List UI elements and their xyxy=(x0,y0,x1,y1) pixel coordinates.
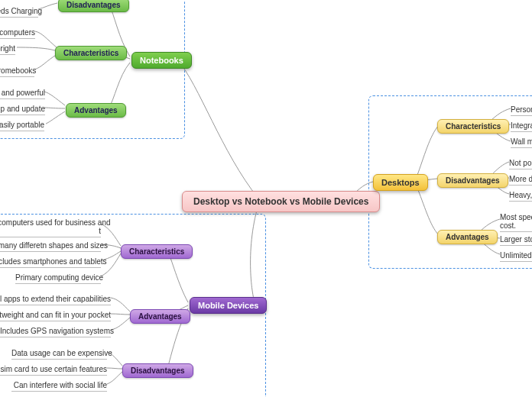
desktops-char-leaf-1: Integra xyxy=(511,121,532,132)
desktops-advantages-node[interactable]: Advantages xyxy=(437,230,498,244)
mobile-char-leaf-1: omes in many differetn shapes and sizes xyxy=(0,241,101,252)
mobile-node[interactable]: Mobile Devices xyxy=(190,297,267,314)
notebooks-node[interactable]: Notebooks xyxy=(131,52,192,69)
mobile-disadv-leaf-1: st buy a sim card to use certain feature… xyxy=(0,365,107,376)
desktops-disadvantages-label: Disadvantages xyxy=(446,176,500,185)
mobile-disadvantages-label: Disadvantages xyxy=(131,366,185,375)
mobile-disadv-leaf-0: Data usage can be expensive xyxy=(11,349,107,360)
center-node[interactable]: Desktop vs Notebook vs Mobile Devices xyxy=(182,191,380,212)
notebooks-char-leaf-1: bright xyxy=(0,44,15,55)
mobile-char-leaf-3: Primary computing device xyxy=(15,273,101,284)
notebooks-char-leaf-0: nal computers xyxy=(0,28,35,39)
notebooks-adv-leaf-1: set up and update xyxy=(0,105,45,115)
desktops-advantages-label: Advantages xyxy=(446,233,489,241)
desktops-char-leaf-2: Wall mo xyxy=(511,137,532,148)
notebooks-adv-leaf-2: Easily portable xyxy=(0,121,44,131)
desktops-adv-leaf-0: Most speed,cost. xyxy=(500,213,532,232)
notebooks-advantages-node[interactable]: Advantages xyxy=(66,103,126,118)
desktops-node[interactable]: Desktops xyxy=(373,174,428,191)
mobile-characteristics-node[interactable]: Characteristics xyxy=(121,244,193,259)
desktops-adv-leaf-1: Larger stora xyxy=(500,235,532,246)
mobile-disadv-leaf-2: Can interfere with social life xyxy=(11,381,107,392)
notebooks-characteristics-node[interactable]: Characteristics xyxy=(55,46,127,60)
desktops-adv-leaf-2: Unlimited ba xyxy=(500,251,532,262)
desktops-char-leaf-0: Persona xyxy=(511,105,532,116)
mobile-char-leaf-0: dheld computers used for business andt xyxy=(0,218,101,237)
notebooks-char-leaf-2: Chromebooks xyxy=(0,66,34,77)
notebooks-disadvantages-node[interactable]: Disadvantages xyxy=(58,0,129,12)
center-title: Desktop vs Notebook vs Mobile Devices xyxy=(193,196,368,207)
mobile-disadvantages-node[interactable]: Disadvantages xyxy=(122,363,193,378)
mobile-char-leaf-2: Includes smartphones and tablets xyxy=(0,257,101,268)
notebooks-characteristics-label: Characteristics xyxy=(63,49,118,57)
mobile-adv-leaf-0: d additonal apps to extend their capabil… xyxy=(0,295,111,305)
notebooks-adv-leaf-0: light and powerful xyxy=(0,89,45,99)
notebooks-disadvantages-label: Disadvantages xyxy=(66,1,121,9)
mobile-adv-leaf-2: Includes GPS navigation systems xyxy=(0,327,111,337)
notebooks-disadv-leaf-0: eeds Charging xyxy=(0,7,38,18)
desktops-disadv-leaf-1: More dif xyxy=(509,175,532,186)
desktops-disadvantages-node[interactable]: Disadvantages xyxy=(437,173,508,188)
desktops-title: Desktops xyxy=(381,178,420,187)
desktops-characteristics-label: Characteristics xyxy=(446,122,501,131)
mobile-advantages-label: Advantages xyxy=(138,312,182,321)
mobile-title: Mobile Devices xyxy=(198,301,258,310)
desktops-disadv-leaf-2: Heavy, b xyxy=(509,191,532,202)
desktops-disadv-leaf-0: Not porta xyxy=(509,159,532,169)
mobile-advantages-node[interactable]: Advantages xyxy=(130,309,190,324)
mobile-characteristics-label: Characteristics xyxy=(129,247,184,256)
mobile-adv-leaf-1: Small, lightweight and can fit in your p… xyxy=(0,311,111,321)
mindmap-stage: Desktop vs Notebook vs Mobile Devices No… xyxy=(0,0,532,397)
notebooks-advantages-label: Advantages xyxy=(74,106,118,115)
notebooks-title: Notebooks xyxy=(140,56,183,65)
desktops-characteristics-node[interactable]: Characteristics xyxy=(437,119,509,134)
